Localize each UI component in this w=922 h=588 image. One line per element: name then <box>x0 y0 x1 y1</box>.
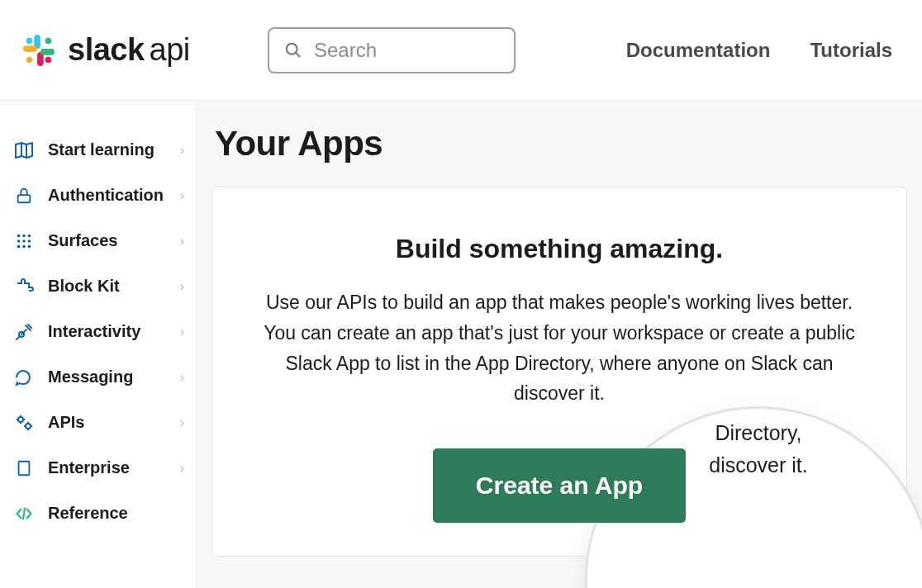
chat-icon <box>12 368 36 387</box>
svg-point-4 <box>26 37 33 44</box>
apps-panel: Build something amazing. Use our APIs to… <box>211 187 907 557</box>
svg-point-5 <box>45 37 52 44</box>
svg-point-21 <box>22 244 26 248</box>
grid-icon <box>12 232 36 250</box>
panel-copy: Use our APIs to build an app that makes … <box>260 287 858 409</box>
sidebar-item-apis[interactable]: APIs › <box>12 400 196 445</box>
sidebar-item-authentication[interactable]: Authentication › <box>12 173 196 218</box>
brand-light: api <box>150 32 190 67</box>
sidebar-item-label: Surfaces <box>48 231 169 250</box>
svg-point-22 <box>28 244 31 248</box>
panel-title: Build something amazing. <box>260 234 858 264</box>
sidebar-item-label: Authentication <box>48 186 169 205</box>
lock-icon <box>12 186 36 206</box>
sidebar-item-block-kit[interactable]: Block Kit › <box>12 263 196 309</box>
sidebar-item-enterprise[interactable]: Enterprise › <box>12 445 196 491</box>
slack-logo-icon <box>21 33 56 68</box>
sidebar-item-label: Messaging <box>48 368 169 386</box>
page-title: Your Apps <box>215 124 907 164</box>
building-icon <box>12 458 36 478</box>
svg-rect-26 <box>19 461 30 475</box>
create-app-button[interactable]: Create an App <box>433 448 686 523</box>
chevron-right-icon: › <box>180 188 196 203</box>
top-bar: slackapi Documentation Tutorials <box>0 0 922 101</box>
main-content: Your Apps Build something amazing. Use o… <box>197 101 922 588</box>
svg-marker-10 <box>16 143 32 158</box>
svg-point-24 <box>18 417 23 422</box>
chevron-right-icon: › <box>180 415 196 430</box>
svg-point-7 <box>45 56 52 63</box>
chevron-right-icon: › <box>180 325 196 339</box>
sidebar-item-label: Enterprise <box>48 458 169 477</box>
svg-point-18 <box>22 239 26 243</box>
puzzle-icon <box>12 277 36 296</box>
svg-line-33 <box>23 508 25 519</box>
top-nav: Documentation Tutorials <box>626 39 901 62</box>
svg-point-14 <box>17 234 21 237</box>
search-input[interactable] <box>314 39 499 62</box>
sidebar-item-label: Start learning <box>48 140 169 159</box>
svg-rect-3 <box>40 49 55 55</box>
nav-tutorials[interactable]: Tutorials <box>810 39 892 62</box>
svg-point-17 <box>17 239 21 243</box>
sidebar: Start learning › Authentication › Surfac… <box>0 101 197 588</box>
svg-rect-13 <box>18 195 31 202</box>
plug-icon <box>12 322 36 342</box>
search-icon <box>284 41 302 59</box>
svg-point-25 <box>26 424 31 429</box>
brand[interactable]: slackapi <box>21 32 245 68</box>
sidebar-item-surfaces[interactable]: Surfaces › <box>12 218 196 263</box>
sidebar-item-label: Interactivity <box>48 322 169 341</box>
nav-documentation[interactable]: Documentation <box>626 39 771 62</box>
map-icon <box>12 140 36 160</box>
brand-text: slackapi <box>68 32 190 68</box>
chevron-right-icon: › <box>180 461 196 476</box>
chevron-right-icon: › <box>180 370 196 385</box>
sidebar-item-label: Block Kit <box>48 277 169 296</box>
svg-point-16 <box>28 234 31 237</box>
svg-point-6 <box>26 56 33 63</box>
svg-rect-1 <box>23 45 37 52</box>
sidebar-item-label: APIs <box>48 413 169 432</box>
svg-point-20 <box>17 244 21 248</box>
cogs-icon <box>12 413 36 433</box>
sidebar-item-reference[interactable]: Reference <box>12 491 196 536</box>
svg-point-19 <box>28 239 31 243</box>
code-icon <box>12 505 36 523</box>
chevron-right-icon: › <box>180 279 196 294</box>
sidebar-item-start-learning[interactable]: Start learning › <box>12 127 196 173</box>
svg-line-9 <box>296 52 300 56</box>
brand-bold: slack <box>68 32 145 67</box>
sidebar-item-interactivity[interactable]: Interactivity › <box>12 309 196 354</box>
chevron-right-icon: › <box>180 143 196 158</box>
sidebar-item-label: Reference <box>48 504 196 523</box>
svg-point-15 <box>22 234 26 237</box>
chevron-right-icon: › <box>180 234 196 249</box>
search-box[interactable] <box>268 27 516 74</box>
sidebar-item-messaging[interactable]: Messaging › <box>12 354 196 400</box>
